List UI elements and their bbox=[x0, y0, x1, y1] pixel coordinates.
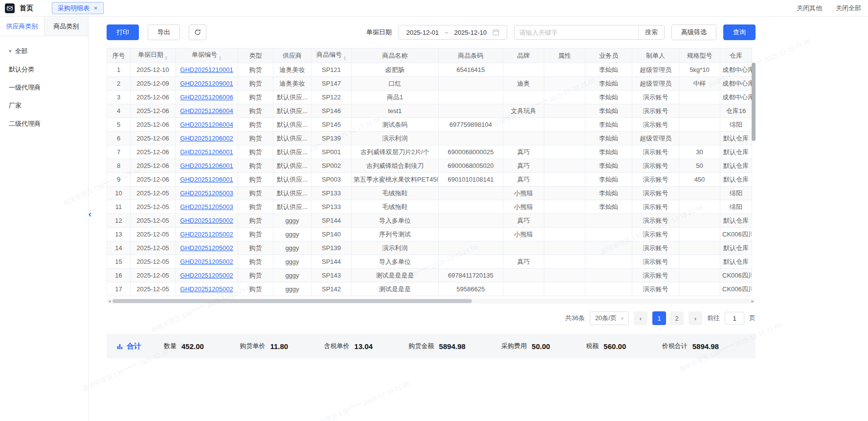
table-cell bbox=[439, 228, 503, 241]
toolbar-left: 打印 导出 bbox=[107, 24, 206, 40]
column-label: 仓库 bbox=[730, 52, 742, 59]
table-cell: SP140 bbox=[312, 228, 352, 241]
table-cell: SP002 bbox=[312, 159, 352, 173]
summary-item-label: 税额 bbox=[586, 342, 599, 351]
print-button[interactable]: 打印 bbox=[107, 24, 139, 40]
column-label: 制单人 bbox=[646, 52, 665, 59]
tree-item[interactable]: 默认分类 bbox=[0, 60, 88, 78]
doc-number-link[interactable]: GHD20251206002 bbox=[180, 135, 233, 142]
doc-number-link[interactable]: GHD20251206006 bbox=[180, 94, 233, 101]
prev-page-button[interactable]: ‹ bbox=[634, 311, 647, 325]
keyword-input[interactable] bbox=[514, 29, 638, 36]
doc-number-link[interactable]: GHD20251206001 bbox=[180, 148, 233, 156]
table-cell bbox=[544, 282, 585, 296]
doc-number-link[interactable]: GHD20251206001 bbox=[180, 162, 233, 169]
table-cell: 默认供应... bbox=[273, 91, 312, 104]
table-cell bbox=[544, 241, 585, 255]
tab-supplier-category[interactable]: 供应商类别 bbox=[0, 17, 45, 36]
tree-item[interactable]: 二级代理商 bbox=[0, 115, 88, 133]
doc-number-link[interactable]: GHD20251206004 bbox=[180, 121, 233, 128]
sort-icons[interactable]: ▲▼ bbox=[219, 56, 222, 61]
query-button[interactable]: 查询 bbox=[723, 24, 756, 40]
doc-number-link[interactable]: GHD20251205003 bbox=[180, 189, 233, 197]
close-all-button[interactable]: 关闭全部 bbox=[836, 4, 861, 13]
column-label: 类型 bbox=[249, 52, 262, 59]
horizontal-scrollbar-thumb[interactable] bbox=[112, 299, 472, 303]
table-cell bbox=[439, 241, 503, 255]
date-range-input[interactable]: 2025-12-01 ~ 2025-12-10 bbox=[399, 25, 507, 40]
next-page-button[interactable]: › bbox=[689, 311, 702, 325]
caret-down-icon[interactable]: ▾ bbox=[9, 48, 12, 54]
doc-number-link[interactable]: GHD20251205002 bbox=[180, 231, 233, 238]
doc-number-link[interactable]: GHD20251205002 bbox=[180, 272, 233, 279]
table-cell: 卤肥肠 bbox=[352, 63, 439, 77]
column-header[interactable]: 单据日期▲▼ bbox=[131, 48, 176, 63]
table-cell: 演示账号 bbox=[632, 104, 679, 118]
sidebar: 供应商类别 商品类别 ▾全部默认分类一级代理商厂家二级代理商 ‹ bbox=[0, 17, 89, 421]
summary-item-label: 价税合计 bbox=[662, 342, 688, 351]
column-header: 属性 bbox=[544, 48, 585, 63]
table-cell: 6900068000025 bbox=[439, 145, 503, 159]
doc-number-link[interactable]: GHD20251205002 bbox=[180, 258, 233, 265]
horizontal-scrollbar[interactable]: ◂ ▸ bbox=[107, 299, 756, 304]
tab-purchase-detail[interactable]: 采购明细表 × bbox=[52, 2, 104, 14]
column-header[interactable]: 商品编号▲▼ bbox=[312, 48, 352, 63]
table-cell bbox=[544, 200, 585, 214]
refresh-button[interactable] bbox=[189, 24, 206, 40]
table-cell: GHD20251205002 bbox=[176, 214, 238, 228]
close-icon[interactable]: × bbox=[94, 5, 98, 11]
doc-number-link[interactable]: GHD20251209001 bbox=[180, 80, 233, 87]
advanced-filter-button[interactable]: 高级筛选 bbox=[671, 24, 716, 40]
doc-number-link[interactable]: GHD20251205002 bbox=[180, 285, 233, 293]
doc-number-link[interactable]: GHD20251206004 bbox=[180, 107, 233, 115]
table-cell: 李灿灿 bbox=[585, 159, 632, 173]
table-cell: 演示账号 bbox=[632, 214, 679, 228]
table-cell: 2025-12-06 bbox=[131, 104, 176, 118]
tree-item[interactable]: 厂家 bbox=[0, 96, 88, 115]
scroll-right-icon[interactable]: ▸ bbox=[750, 299, 756, 304]
tree-item[interactable]: ▾全部 bbox=[0, 42, 88, 60]
doc-number-link[interactable]: GHD20251205002 bbox=[180, 244, 233, 252]
table-cell: 真巧 bbox=[503, 159, 544, 173]
table-cell: 默认仓库 bbox=[720, 159, 752, 173]
table-cell: GHD20251206002 bbox=[176, 132, 238, 145]
tab-label: 采购明细表 bbox=[58, 4, 89, 13]
page-button-1[interactable]: 1 bbox=[652, 311, 666, 325]
table-cell: 6978411720135 bbox=[439, 269, 503, 282]
collapse-sidebar-button[interactable]: ‹ bbox=[89, 209, 91, 219]
doc-number-link[interactable]: GHD20251210001 bbox=[180, 66, 233, 73]
page-button-2[interactable]: 2 bbox=[670, 311, 684, 325]
vertical-scrollbar-thumb[interactable] bbox=[752, 63, 756, 141]
doc-number-link[interactable]: GHD20251205002 bbox=[180, 217, 233, 224]
table-cell bbox=[585, 255, 632, 269]
table-row: 152025-12-05GHD20251205002购货gggySP144导入多… bbox=[107, 255, 752, 269]
home-nav[interactable]: 首页 bbox=[20, 4, 33, 13]
search-button[interactable]: 搜索 bbox=[638, 25, 664, 39]
column-header[interactable]: 单据编号▲▼ bbox=[176, 48, 238, 63]
goto-page-input[interactable] bbox=[725, 312, 744, 325]
vertical-scrollbar[interactable] bbox=[752, 63, 756, 296]
table-cell: SP147 bbox=[312, 77, 352, 91]
tab-product-category[interactable]: 商品类别 bbox=[45, 17, 89, 36]
table-cell: 默认仓库 bbox=[720, 173, 752, 187]
table-cell: 默认仓库 bbox=[720, 132, 752, 145]
table-cell: 购货 bbox=[238, 241, 273, 255]
table-cell: 演示账号 bbox=[632, 282, 679, 296]
table-cell bbox=[585, 214, 632, 228]
date-separator: ~ bbox=[445, 29, 448, 36]
table-cell bbox=[585, 269, 632, 282]
tree-item[interactable]: 一级代理商 bbox=[0, 78, 88, 96]
sort-icons[interactable]: ▲▼ bbox=[165, 56, 168, 61]
page-size-select[interactable]: 20条/页 ▾ bbox=[590, 311, 629, 325]
summary-item-value: 11.80 bbox=[270, 342, 288, 351]
table-cell bbox=[679, 269, 720, 282]
close-others-button[interactable]: 关闭其他 bbox=[797, 4, 822, 13]
doc-number-link[interactable]: GHD20251205003 bbox=[180, 203, 233, 210]
export-button[interactable]: 导出 bbox=[148, 24, 180, 40]
table-cell: CK006四川 bbox=[720, 228, 752, 241]
table-cell: 2025-12-10 bbox=[131, 63, 176, 77]
scroll-left-icon[interactable]: ◂ bbox=[107, 299, 112, 304]
sort-icons[interactable]: ▲▼ bbox=[343, 56, 346, 61]
table-cell: 7 bbox=[107, 145, 131, 159]
doc-number-link[interactable]: GHD20251206001 bbox=[180, 176, 233, 183]
